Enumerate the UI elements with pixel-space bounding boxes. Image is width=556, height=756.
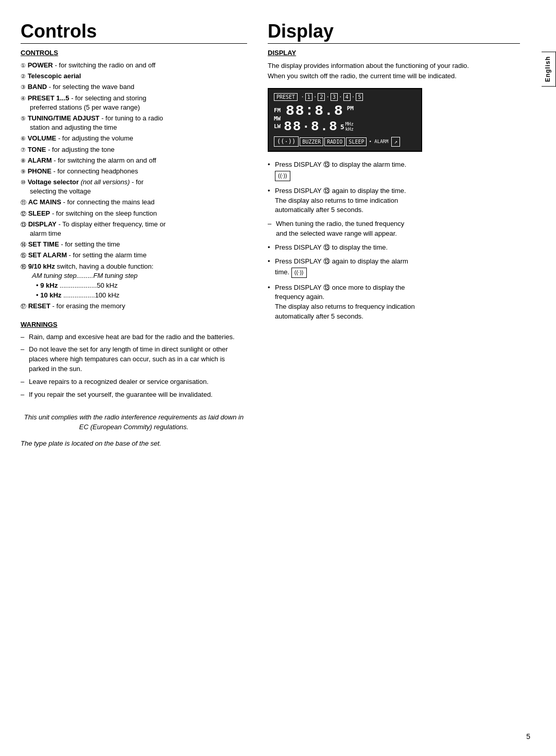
- warnings-list: Rain, damp and excesive heat are bad for…: [21, 332, 247, 400]
- list-item: • 10 kHz .................100 kHz: [36, 291, 247, 300]
- display-top-row: PRESET · 1 · 2 · 3 · 4 · 5: [274, 93, 416, 101]
- display-diagram: PRESET · 1 · 2 · 3 · 4 · 5 FM MW LW: [268, 88, 422, 152]
- item-label: PRESET 1...5: [28, 94, 70, 102]
- item-text: - for connecting the mains lead: [63, 198, 155, 206]
- khz-sublist: • 9 kHz ....................50 kHz • 10 …: [21, 281, 247, 300]
- item-label: SET TIME: [28, 240, 59, 248]
- page-number: 5: [526, 732, 530, 741]
- item-num: ⑨: [21, 168, 26, 175]
- item-text: - for connecting headphones: [53, 167, 138, 175]
- left-column: Controls CONTROLS ① POWER - for switchin…: [21, 21, 263, 735]
- list-item: ② Telescopic aerial: [21, 72, 247, 81]
- radio-btn: RADIO: [324, 137, 345, 146]
- item-text: - for setting the alarm time: [69, 251, 147, 259]
- display-heading: DISPLAY: [268, 49, 520, 57]
- list-item: ⑨ PHONE - for connecting headphones: [21, 167, 247, 176]
- mhz-khz: MHz kHz: [345, 121, 354, 132]
- display-mid-row: FM MW LW 88:8.8 PM 88·8.8 5 MHz kHz: [274, 103, 416, 134]
- item-label: AC MAINS: [28, 198, 61, 206]
- item-label: SET ALARM: [28, 251, 67, 259]
- list-item: ⑤ TUNING/TIME ADJUST - for tuning to a r…: [21, 114, 247, 132]
- display-desc2: When you switch off the radio, the curre…: [268, 72, 457, 80]
- num-4-box: 4: [343, 93, 351, 101]
- list-item: ⑧ ALARM - for switching the alarm on and…: [21, 156, 247, 165]
- num-1-box: 1: [305, 93, 312, 101]
- list-item: ⑦ TONE - for adjusting the tone: [21, 145, 247, 154]
- list-item: ⑯ 9/10 kHz switch, having a double funct…: [21, 262, 247, 301]
- item-num: ⑤: [21, 115, 26, 122]
- controls-main-title: Controls: [21, 21, 247, 42]
- item-num: ④: [21, 95, 26, 102]
- item-label: 9/10 kHz: [28, 262, 55, 270]
- list-item: ④ PRESET 1...5 - for selecting and stori…: [21, 94, 247, 112]
- item-num: ⑬: [21, 221, 26, 228]
- display-bot-row: ((·)) BUZZER RADIO SLEEP • ALARM ↗: [274, 136, 416, 147]
- item-text: - for erasing the memory: [53, 302, 126, 310]
- type-plate-text: The type plate is located on the base of…: [21, 439, 247, 447]
- item-extra: (not all versions): [81, 178, 130, 186]
- display-desc1: The display provides information about t…: [268, 62, 469, 69]
- item-text: - for setting the time: [61, 240, 120, 248]
- item-label: Voltage selector: [28, 178, 79, 186]
- item-num: ⑯: [21, 263, 26, 271]
- bullet-item: Press DISPLAY ⑬ to display the time.: [268, 243, 520, 253]
- item-text: - for selecting the wave band: [49, 83, 134, 91]
- item-num: ⑰: [21, 303, 26, 310]
- right-column: Display DISPLAY The display provides inf…: [263, 21, 541, 735]
- controls-list: ① POWER - for switching the radio on and…: [21, 61, 247, 311]
- item-label: RESET: [28, 302, 50, 310]
- item-num: ⑩: [21, 179, 26, 186]
- khz-item: • 10 kHz .................100 kHz: [36, 291, 119, 299]
- item-text: - for adjusting the tone: [48, 146, 114, 153]
- list-item: ⑰ RESET - for erasing the memory: [21, 302, 247, 311]
- preset-box: PRESET: [274, 93, 298, 101]
- fm-label: FM: [274, 107, 281, 114]
- buzzer-btn: BUZZER: [300, 137, 323, 146]
- list-item: ⑬ DISPLAY - To display either frequency,…: [21, 220, 247, 238]
- item-label: POWER: [28, 61, 53, 69]
- display-main-title: Display: [268, 21, 520, 42]
- band-labels: FM MW LW: [274, 107, 281, 130]
- lw-label: LW: [274, 122, 281, 130]
- dash-item: When tuning the radio, the tuned frequen…: [268, 219, 520, 239]
- bullet-item: Press DISPLAY ⑬ once more to display the…: [268, 283, 520, 322]
- sleep-btn: SLEEP: [346, 137, 367, 146]
- list-item: ⑫ SLEEP - for switching on the sleep fun…: [21, 209, 247, 218]
- bullet-item: Press DISPLAY ⑬ to display the alarm tim…: [268, 160, 520, 182]
- mhz-label: MHz: [345, 121, 354, 127]
- list-item: ⑪ AC MAINS - for connecting the mains le…: [21, 198, 247, 207]
- item-text: - for switching the alarm on and off: [54, 156, 156, 164]
- item-num: ⑫: [21, 210, 26, 218]
- item-num: ⑪: [21, 199, 26, 206]
- page: Controls CONTROLS ① POWER - for switchin…: [0, 0, 556, 756]
- english-tab: English: [542, 51, 556, 86]
- am-fm-line: AM tuning step.........FM tuning step: [21, 271, 247, 280]
- dot: ·: [301, 94, 304, 100]
- display-bullets: Press DISPLAY ⑬ to display the alarm tim…: [268, 160, 520, 322]
- item-num: ③: [21, 83, 26, 91]
- item-num: ⑥: [21, 135, 26, 143]
- dot: ·: [352, 94, 355, 100]
- item-label: TONE: [28, 146, 46, 153]
- list-item: ⑩ Voltage selector (not all versions) - …: [21, 178, 247, 196]
- khz-label: kHz: [345, 127, 354, 132]
- item-label: VOLUME: [28, 134, 57, 142]
- warnings-heading: WARNINGS: [21, 321, 247, 328]
- alarm-dot-label: • ALARM: [369, 139, 388, 144]
- num-3-box: 3: [331, 93, 338, 101]
- item-label: SLEEP: [28, 209, 50, 217]
- khz-item: • 9 kHz ....................50 kHz: [36, 282, 117, 289]
- item-label: Telescopic aerial: [28, 72, 81, 80]
- list-item: Leave repairs to a recognized dealer or …: [21, 377, 247, 387]
- bullet-item: Press DISPLAY ⑬ again to display the tim…: [268, 186, 520, 216]
- pm-label: PM: [347, 105, 354, 112]
- list-item: ③ BAND - for selecting the wave band: [21, 82, 247, 92]
- list-item: Rain, damp and excesive heat are bad for…: [21, 332, 247, 342]
- dot: ·: [314, 94, 317, 100]
- item-text: - for switching the radio on and off: [55, 61, 155, 69]
- mw-label: MW: [274, 115, 281, 122]
- num-5-box: 5: [356, 93, 363, 101]
- item-num: ⑭: [21, 241, 26, 249]
- list-item: • 9 kHz ....................50 kHz: [36, 281, 247, 290]
- bullet-item: Press DISPLAY ⑬ again to display the ala…: [268, 257, 520, 279]
